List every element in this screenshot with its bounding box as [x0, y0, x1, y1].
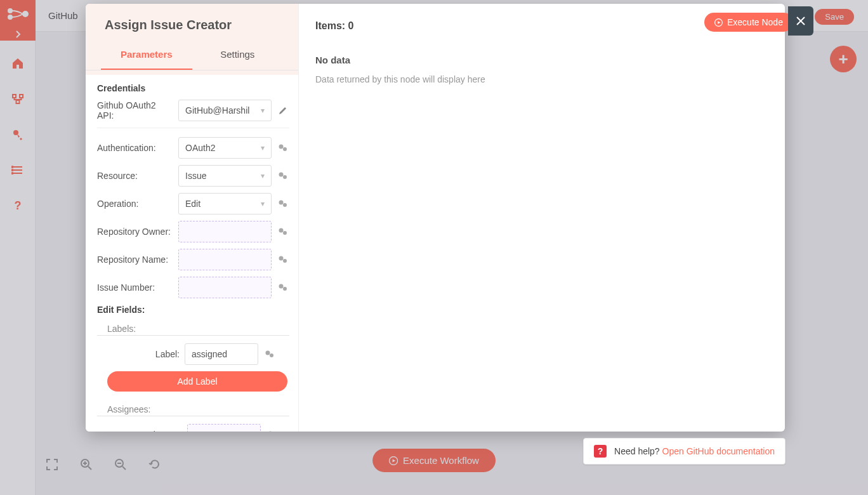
node-editor-modal: Assign Issue Creator Parameters Settings… [86, 4, 785, 432]
svg-point-26 [266, 351, 270, 355]
svg-point-24 [279, 284, 284, 289]
no-data-title: No data [315, 55, 768, 65]
gears-icon[interactable] [263, 350, 276, 359]
operation-value: Edit [185, 199, 201, 209]
resource-label: Resource: [97, 171, 173, 181]
gears-icon[interactable] [277, 143, 289, 152]
assignees-field-label: Assignees: [121, 430, 182, 432]
question-icon: ? [594, 445, 607, 458]
resource-select[interactable]: Issue ▾ [178, 165, 272, 187]
gears-icon[interactable] [266, 430, 279, 432]
repo-name-label: Repository Name: [97, 254, 173, 265]
credentials-title: Credentials [97, 83, 289, 93]
label-field-label: Label: [121, 349, 180, 359]
svg-point-20 [279, 228, 284, 233]
execute-node-label: Execute Node [727, 17, 783, 27]
edit-credential-icon[interactable] [277, 106, 289, 115]
assignees-header: Assignees: [97, 402, 289, 416]
svg-point-27 [270, 353, 273, 357]
auth-select[interactable]: OAuth2 ▾ [178, 137, 272, 159]
issue-number-input[interactable] [178, 277, 272, 298]
svg-point-18 [279, 201, 284, 205]
svg-point-19 [283, 203, 287, 207]
gears-icon[interactable] [277, 255, 289, 264]
auth-value: OAuth2 [185, 143, 215, 153]
close-modal-button[interactable] [788, 6, 813, 36]
add-label-button[interactable]: Add Label [107, 371, 287, 392]
repo-owner-label: Repository Owner: [97, 227, 173, 237]
svg-point-15 [283, 147, 287, 151]
gears-icon[interactable] [277, 227, 289, 236]
svg-point-14 [279, 145, 284, 149]
help-toast: ? Need help? Open GitHub documentation [583, 438, 786, 465]
execute-node-button[interactable]: Execute Node [704, 13, 793, 32]
gears-icon[interactable] [277, 199, 289, 208]
parameters-form: Credentials Github OAuth2 API: GitHub@Ha… [86, 70, 298, 432]
repo-name-input[interactable] [178, 249, 272, 270]
gears-icon[interactable] [277, 171, 289, 180]
svg-point-22 [279, 256, 284, 261]
tab-settings[interactable]: Settings [192, 39, 284, 70]
labels-header: Labels: [97, 321, 289, 336]
credential-select[interactable]: GitHub@Harshil ▾ [178, 100, 272, 121]
chevron-down-icon: ▾ [261, 143, 265, 152]
assignees-field-input[interactable] [187, 424, 261, 432]
gears-icon[interactable] [277, 283, 289, 292]
svg-point-17 [283, 175, 287, 179]
label-field-value: assigned [192, 349, 227, 359]
chevron-down-icon: ▾ [261, 106, 265, 115]
chevron-down-icon: ▾ [261, 199, 265, 208]
credential-label: Github OAuth2 API: [97, 100, 173, 121]
help-link[interactable]: Open GitHub documentation [662, 446, 775, 456]
auth-label: Authentication: [97, 143, 173, 153]
issue-number-label: Issue Number: [97, 282, 173, 293]
svg-point-25 [283, 287, 287, 291]
tab-parameters[interactable]: Parameters [101, 39, 192, 70]
svg-point-28 [268, 432, 273, 432]
label-field-input[interactable]: assigned [185, 343, 258, 365]
repo-owner-input[interactable] [178, 221, 272, 242]
credential-value: GitHub@Harshil [185, 105, 249, 116]
svg-point-16 [279, 173, 284, 177]
svg-point-21 [283, 231, 287, 235]
operation-label: Operation: [97, 199, 173, 209]
node-editor-left-pane: Assign Issue Creator Parameters Settings… [86, 4, 299, 432]
play-icon [714, 18, 723, 27]
help-text: Need help? [614, 446, 662, 456]
items-count: Items: 0 [315, 20, 768, 32]
node-editor-right-pane: Items: 0 No data Data returned by this n… [299, 4, 785, 432]
no-data-subtitle: Data returned by this node will display … [315, 74, 768, 84]
chevron-down-icon: ▾ [261, 171, 265, 180]
edit-fields-title: Edit Fields: [97, 305, 289, 315]
node-tabs: Parameters Settings [86, 39, 298, 70]
resource-value: Issue [185, 171, 206, 181]
node-title: Assign Issue Creator [86, 4, 298, 39]
operation-select[interactable]: Edit ▾ [178, 193, 272, 214]
svg-point-23 [283, 259, 287, 263]
